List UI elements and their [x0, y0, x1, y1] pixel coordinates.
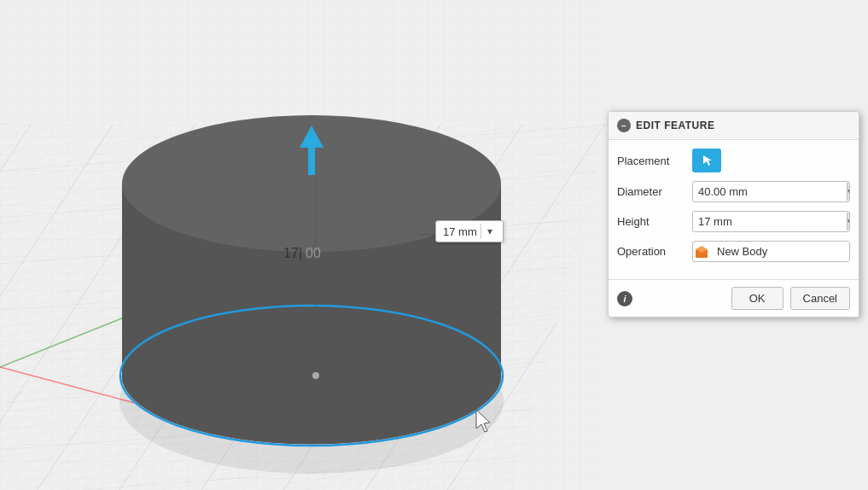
footer-buttons: OK Cancel [731, 287, 850, 310]
cancel-button[interactable]: Cancel [790, 287, 850, 310]
edit-feature-panel: − EDIT FEATURE Placement Diameter Height [608, 111, 859, 318]
panel-collapse-icon[interactable]: − [617, 119, 631, 132]
svg-text:17: 17 [283, 246, 299, 260]
placement-button[interactable] [692, 149, 721, 172]
height-input[interactable] [693, 212, 847, 231]
height-label: Height [617, 215, 685, 228]
panel-body: Placement Diameter Height O [609, 140, 859, 279]
placement-label: Placement [617, 155, 685, 167]
panel-header: − EDIT FEATURE [609, 112, 859, 140]
operation-icon [693, 243, 710, 260]
diameter-label: Diameter [617, 185, 685, 198]
svg-text:|: | [299, 246, 302, 260]
operation-input-wrap [692, 241, 850, 262]
operation-label: Operation [617, 245, 685, 258]
diameter-dropdown-btn[interactable] [847, 183, 850, 201]
height-tooltip-value: 17 mm [443, 225, 477, 238]
operation-input[interactable] [712, 242, 850, 261]
diameter-input[interactable] [693, 182, 847, 201]
panel-footer: i OK Cancel [609, 279, 859, 317]
height-tooltip[interactable]: 17 mm ▾ [435, 220, 504, 242]
info-icon[interactable]: i [617, 291, 632, 306]
panel-title: EDIT FEATURE [636, 120, 714, 131]
height-tooltip-dropdown[interactable]: ▾ [481, 224, 496, 239]
ok-button[interactable]: OK [731, 287, 784, 310]
operation-row: Operation [617, 241, 850, 262]
diameter-row: Diameter [617, 181, 850, 202]
svg-marker-20 [703, 155, 712, 166]
height-input-wrap [692, 211, 850, 232]
height-row: Height [617, 211, 850, 232]
placement-row: Placement [617, 149, 850, 172]
height-dropdown-btn[interactable] [847, 213, 850, 230]
svg-point-14 [312, 372, 319, 379]
diameter-input-wrap [692, 181, 850, 202]
svg-text:00: 00 [306, 246, 321, 260]
